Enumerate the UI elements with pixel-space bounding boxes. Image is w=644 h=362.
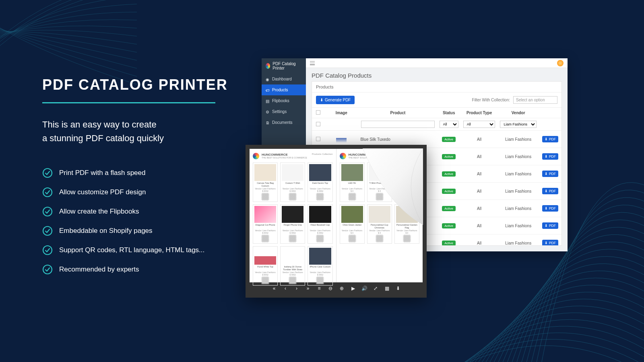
catalog-product-card: Dark Denim Top Vendor: Liam Fashions $ 0… <box>308 162 332 202</box>
qr-code-icon <box>262 277 269 284</box>
select-all-checkbox[interactable] <box>316 110 320 115</box>
product-name: Custom T-Shirt <box>282 182 303 187</box>
checkbox[interactable] <box>316 122 320 126</box>
topbar <box>306 58 568 68</box>
product-image <box>369 164 390 181</box>
catalog-product-card: Navy Sports Jacket Vendor: Liam Fashions… <box>394 162 419 202</box>
product-name: Personalized Garden Flag <box>396 224 418 229</box>
generate-pdf-button[interactable]: ⬇ Generate PDF <box>316 96 355 104</box>
catalog-product-card: Floral White Top Vendor: Liam Fashions $… <box>253 246 278 286</box>
product-price: $ 0002 <box>309 232 331 234</box>
sidebar-item-products[interactable]: 🏷Products <box>262 84 306 95</box>
zoom-out-icon[interactable]: ⊖ <box>328 286 333 291</box>
feature-item: Embeddable on Shopify pages <box>42 226 235 236</box>
download-icon: ⬇ <box>545 137 548 141</box>
download-icon[interactable]: ⬇ <box>395 286 401 291</box>
row-pdf-button[interactable]: ⬇PDF <box>542 222 558 229</box>
product-name: Navy Sports Jacket <box>396 182 418 187</box>
row-pdf-button[interactable]: ⬇PDF <box>542 153 558 160</box>
product-price: $ 0002 <box>282 190 303 192</box>
svg-point-1 <box>43 188 52 197</box>
catalog-product-card: Personalized Garden Flag Vendor: Liam Fa… <box>394 204 419 244</box>
product-search-input[interactable] <box>361 121 434 128</box>
catalog-product-card: LED Hit Vendor: Liam Fashions $ 0 <box>340 162 365 202</box>
product-image <box>396 164 418 181</box>
product-price: $ 0002 <box>254 232 276 234</box>
vendor-name: Liam Fashions <box>497 200 539 217</box>
gear-icon: ⚙ <box>266 110 270 114</box>
svg-point-5 <box>43 265 52 274</box>
type-filter-select[interactable]: All <box>463 121 495 128</box>
toc-icon[interactable]: ≡ <box>316 286 322 291</box>
sidebar-item-flipbooks[interactable]: ▤Flipbooks <box>262 95 306 106</box>
product-name: Floral White Top <box>254 265 276 271</box>
menu-icon[interactable] <box>310 61 315 65</box>
sidebar-item-dashboard[interactable]: ◉Dashboard <box>262 74 306 84</box>
download-icon: ⬇ <box>545 172 548 176</box>
status-badge: Active <box>442 241 456 246</box>
first-icon[interactable]: « <box>271 286 277 291</box>
feature-text: Print PDF with a flash speed <box>59 169 145 177</box>
volume-icon[interactable]: 🔊 <box>361 286 367 291</box>
feature-text: Embeddable on Shopify pages <box>59 227 153 235</box>
zoom-in-icon[interactable]: ⊕ <box>339 286 345 291</box>
file-icon: 🗎 <box>266 121 270 125</box>
row-pdf-button[interactable]: ⬇PDF <box>542 188 558 194</box>
prev-icon[interactable]: ‹ <box>283 286 288 291</box>
vendor-name: Liam Fashions <box>497 217 539 234</box>
qr-code-icon <box>289 235 296 242</box>
product-price: $ 0002 <box>282 274 303 276</box>
product-image <box>282 248 303 265</box>
row-pdf-button[interactable]: ⬇PDF <box>542 205 558 212</box>
row-pdf-button[interactable]: ⬇PDF <box>542 136 558 142</box>
row-pdf-button[interactable]: ⬇PDF <box>542 240 558 246</box>
qr-code-icon <box>349 193 356 200</box>
vendor-filter-select[interactable]: Liam Fashions <box>500 121 536 128</box>
product-price: $ 0 <box>341 232 363 234</box>
product-image <box>254 206 276 223</box>
feature-item: Recommended by experts <box>42 264 235 275</box>
catalog-product-card: Olive Green Jacket Vendor: Liam Fashions… <box>340 204 365 244</box>
product-image <box>254 248 276 265</box>
product-type: All <box>461 165 498 183</box>
qr-code-icon <box>262 235 269 242</box>
catalog-product-card: Canvas Tote Bag Custom Vendor: Liam Fash… <box>253 162 278 202</box>
next-icon[interactable]: › <box>294 286 299 291</box>
sidebar-item-documents[interactable]: 🗎Documents <box>262 117 306 128</box>
download-icon: ⬇ <box>545 206 548 210</box>
status-badge: Active <box>442 154 456 159</box>
product-name: Iceberg 16 Ounce Tumbler With Straw <box>282 265 303 271</box>
download-icon: ⬇ <box>545 241 548 245</box>
sidebar-item-settings[interactable]: ⚙Settings <box>262 106 306 117</box>
svg-point-3 <box>43 226 52 235</box>
product-name: Diagonal Cut Phone <box>254 224 276 229</box>
product-image <box>282 164 303 181</box>
feature-text: Allow create the Flipbooks <box>59 208 139 216</box>
vendor-name: Liam Fashions <box>497 165 539 183</box>
filter-collection-select[interactable]: Select an option <box>513 96 557 104</box>
feature-item: Allow create the Flipbooks <box>42 206 235 217</box>
product-name: T-Shirt Product Back <box>369 182 390 187</box>
last-icon[interactable]: » <box>305 286 311 291</box>
tag-icon: 🏷 <box>266 88 270 92</box>
catalog-product-card: Custom T-Shirt Vendor: Liam Fashions $ 0… <box>280 162 305 202</box>
row-pdf-button[interactable]: ⬇PDF <box>542 171 558 177</box>
thumbnails-icon[interactable]: ▦ <box>384 286 390 291</box>
avatar[interactable] <box>557 60 564 66</box>
play-icon[interactable]: ▶ <box>350 286 356 291</box>
product-price: $ 0002 <box>254 274 276 276</box>
product-price: $ 0 <box>369 190 390 192</box>
product-image <box>369 206 390 223</box>
product-type: All <box>461 183 498 200</box>
check-icon <box>42 168 53 178</box>
status-filter-select[interactable]: All <box>440 121 458 128</box>
feature-text: Allow customize PDF design <box>59 188 146 196</box>
status-badge: Active <box>442 189 456 194</box>
product-type: All <box>461 200 498 217</box>
product-name: Finger Phone Grip <box>282 224 303 229</box>
row-checkbox[interactable] <box>316 137 320 141</box>
vendor-name: Liam Fashions <box>497 234 539 246</box>
product-image <box>282 206 303 223</box>
feature-text: Recommended by experts <box>59 265 139 274</box>
fullscreen-icon[interactable]: ⤢ <box>373 286 378 291</box>
